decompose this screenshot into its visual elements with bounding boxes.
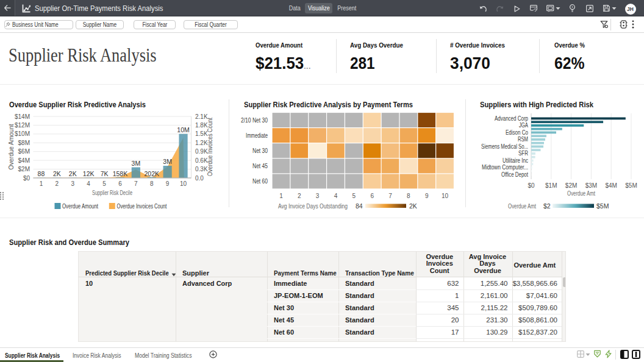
svg-text:Advanced Corp: Advanced Corp xyxy=(495,115,528,122)
svg-text:$14M: $14M xyxy=(15,113,30,120)
svg-text:8: 8 xyxy=(407,193,410,199)
svg-text:158K: 158K xyxy=(113,170,128,177)
svg-text:$10M: $10M xyxy=(15,130,30,137)
svg-text:88: 88 xyxy=(38,170,45,177)
svg-text:$8M: $8M xyxy=(18,140,30,146)
svg-text:10M: 10M xyxy=(177,126,189,133)
svg-text:$0: $0 xyxy=(23,175,30,182)
svg-text:Siemens Medical So...: Siemens Medical So... xyxy=(481,143,528,150)
svg-text:Overdue Supplier Risk Predicti: Overdue Supplier Risk Predictive Analysi… xyxy=(9,100,146,109)
svg-text:Net 60: Net 60 xyxy=(252,177,268,185)
svg-text:$1M: $1M xyxy=(545,182,557,189)
svg-text:Avg Invoice Days Outstanding: Avg Invoice Days Outstanding xyxy=(278,202,348,210)
svg-text:Net 30: Net 30 xyxy=(252,147,268,154)
svg-text:Overdue Amount: Overdue Amount xyxy=(62,202,98,210)
svg-text:12K: 12K xyxy=(83,170,95,177)
svg-text:4: 4 xyxy=(334,193,338,199)
svg-text:3: 3 xyxy=(316,193,320,199)
svg-text:$4M: $4M xyxy=(605,182,617,189)
svg-text:5: 5 xyxy=(102,180,106,187)
svg-text:9: 9 xyxy=(425,193,429,199)
svg-text:Utilitaire Inc: Utilitaire Inc xyxy=(503,157,528,164)
svg-text:2: 2 xyxy=(298,193,301,199)
svg-text:2: 2 xyxy=(55,180,59,187)
svg-text:6: 6 xyxy=(370,193,374,199)
svg-text:202K: 202K xyxy=(144,170,159,177)
svg-text:3M: 3M xyxy=(132,160,141,167)
svg-text:Immediate: Immediate xyxy=(246,132,268,139)
svg-text:Supplier Risk Decile: Supplier Risk Decile xyxy=(92,189,132,196)
svg-text:Overdue Amount: Overdue Amount xyxy=(7,124,15,169)
svg-text:2/10 Net 30: 2/10 Net 30 xyxy=(241,116,268,124)
svg-text:Overdue Invoices Count: Overdue Invoices Count xyxy=(206,118,213,176)
svg-text:Net 45: Net 45 xyxy=(252,162,268,169)
svg-text:2K: 2K xyxy=(409,202,417,210)
svg-text:6: 6 xyxy=(118,180,122,187)
svg-text:Office Depot: Office Depot xyxy=(501,171,528,178)
svg-text:2K: 2K xyxy=(53,170,61,177)
svg-text:Overdue Amt: Overdue Amt xyxy=(567,190,595,197)
svg-text:Suppliers with High Predicted: Suppliers with High Predicted Risk xyxy=(480,100,594,109)
svg-text:0.0: 0.0 xyxy=(195,175,204,182)
svg-text:3M: 3M xyxy=(163,158,172,165)
svg-text:$2: $2 xyxy=(543,202,551,210)
svg-text:8: 8 xyxy=(150,180,154,187)
svg-text:$6M: $6M xyxy=(18,148,30,155)
svg-text:$3M: $3M xyxy=(585,182,597,189)
svg-text:$2M: $2M xyxy=(18,166,30,172)
svg-text:$5M: $5M xyxy=(596,202,609,210)
svg-text:Supplier Risk Predictive Analy: Supplier Risk Predictive Analysis by Pay… xyxy=(244,100,413,109)
svg-text:$12M: $12M xyxy=(15,122,30,129)
svg-text:Midtown Computer...: Midtown Computer... xyxy=(482,163,528,171)
svg-text:10: 10 xyxy=(180,180,187,187)
svg-text:RSM: RSM xyxy=(518,135,528,143)
svg-text:5: 5 xyxy=(352,193,356,199)
svg-text:7: 7 xyxy=(388,193,392,199)
svg-text:$0: $0 xyxy=(528,182,535,189)
svg-text:$2M: $2M xyxy=(565,182,577,189)
svg-text:3: 3 xyxy=(71,180,74,187)
svg-text:1: 1 xyxy=(40,180,43,187)
svg-text:7: 7 xyxy=(134,180,138,187)
svg-text:SFR: SFR xyxy=(518,149,528,157)
svg-text:$4M: $4M xyxy=(18,157,30,164)
svg-text:7K: 7K xyxy=(101,170,109,177)
svg-text:84: 84 xyxy=(356,202,363,210)
svg-text:$5M: $5M xyxy=(625,182,637,189)
svg-text:4: 4 xyxy=(87,180,90,187)
svg-text:Edison Co: Edison Co xyxy=(506,129,528,136)
svg-text:2K: 2K xyxy=(69,170,77,177)
svg-text:1: 1 xyxy=(279,193,283,199)
svg-text:10: 10 xyxy=(442,193,449,199)
svg-text:Overdue Invoices Count: Overdue Invoices Count xyxy=(117,202,167,210)
svg-text:9: 9 xyxy=(166,180,170,187)
svg-text:JGA: JGA xyxy=(519,121,528,129)
svg-text:Overdue Amt: Overdue Amt xyxy=(508,202,536,210)
